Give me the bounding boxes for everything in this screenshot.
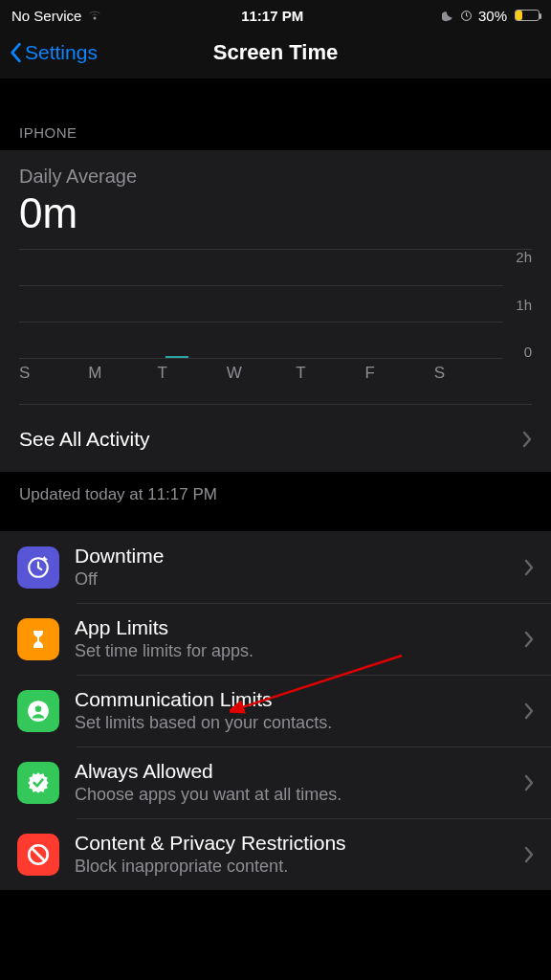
back-label: Settings [25, 41, 98, 64]
day-sat: S [434, 364, 503, 383]
row-content-privacy[interactable]: Content & Privacy Restrictions Block ina… [0, 818, 551, 890]
status-time: 11:17 PM [241, 8, 303, 24]
row-title: Communication Limits [75, 688, 509, 711]
battery-percent: 30% [478, 8, 507, 24]
nav-bar: Settings Screen Time [0, 27, 551, 78]
nosign-icon [17, 834, 59, 876]
chevron-right-icon [524, 631, 534, 648]
ylabel-1h: 1h [516, 297, 532, 313]
see-all-activity-label: See All Activity [19, 428, 150, 451]
last-updated-text: Updated today at 11:17 PM [0, 472, 551, 531]
wifi-icon [87, 10, 102, 21]
contact-icon [17, 690, 59, 732]
day-mon: M [88, 364, 157, 383]
chart-y-labels: 2h 1h 0 [516, 249, 532, 360]
chevron-right-icon [524, 702, 534, 720]
back-button[interactable]: Settings [8, 41, 98, 64]
row-subtitle: Off [75, 569, 509, 590]
hourglass-icon [17, 618, 59, 660]
ylabel-2h: 2h [516, 249, 532, 265]
chart-x-labels: S M T W T F S [19, 364, 503, 383]
row-communication-limits[interactable]: Communication Limits Set limits based on… [0, 675, 551, 746]
orientation-lock-icon [460, 10, 473, 22]
svg-point-3 [35, 705, 42, 712]
daily-average-value: 0m [19, 189, 532, 237]
day-thu: T [296, 364, 364, 383]
section-header-iphone: IPHONE [0, 78, 551, 150]
daily-average-label: Daily Average [19, 166, 532, 188]
settings-list: Downtime Off App Limits Set time limits … [0, 531, 551, 890]
chart-grid [19, 249, 532, 358]
chevron-right-icon [524, 846, 534, 863]
row-title: Content & Privacy Restrictions [75, 832, 509, 855]
status-bar: No Service 11:17 PM 30% [0, 0, 551, 27]
see-all-activity-row[interactable]: See All Activity [19, 404, 532, 472]
carrier-text: No Service [11, 8, 81, 24]
row-subtitle: Set limits based on your contacts. [75, 713, 509, 733]
row-title: Always Allowed [75, 760, 509, 783]
day-wed: W [227, 364, 296, 383]
svg-line-5 [33, 848, 45, 860]
row-title: App Limits [75, 616, 509, 639]
row-subtitle: Set time limits for apps. [75, 641, 509, 661]
chevron-left-icon [8, 42, 23, 63]
day-fri: F [364, 364, 433, 383]
row-always-allowed[interactable]: Always Allowed Choose apps you want at a… [0, 746, 551, 818]
check-badge-icon [17, 762, 59, 804]
ylabel-0: 0 [516, 344, 532, 360]
chevron-right-icon [524, 559, 534, 576]
row-subtitle: Choose apps you want at all times. [75, 785, 509, 805]
moon-icon [442, 10, 454, 22]
battery-icon [515, 10, 540, 21]
clock-sleep-icon [17, 546, 59, 589]
day-sun: S [19, 364, 88, 383]
usage-chart: 2h 1h 0 S M T W T F S [19, 249, 532, 383]
day-tue: T [158, 364, 227, 383]
row-subtitle: Block inappropriate content. [75, 857, 509, 877]
row-title: Downtime [75, 545, 509, 568]
chevron-right-icon [524, 774, 534, 791]
usage-card: Daily Average 0m 2h 1h 0 S M T W T F S S… [0, 150, 551, 472]
row-app-limits[interactable]: App Limits Set time limits for apps. [0, 603, 551, 675]
chart-bar-tuesday [165, 356, 188, 358]
chevron-right-icon [522, 431, 532, 448]
row-downtime[interactable]: Downtime Off [0, 531, 551, 603]
